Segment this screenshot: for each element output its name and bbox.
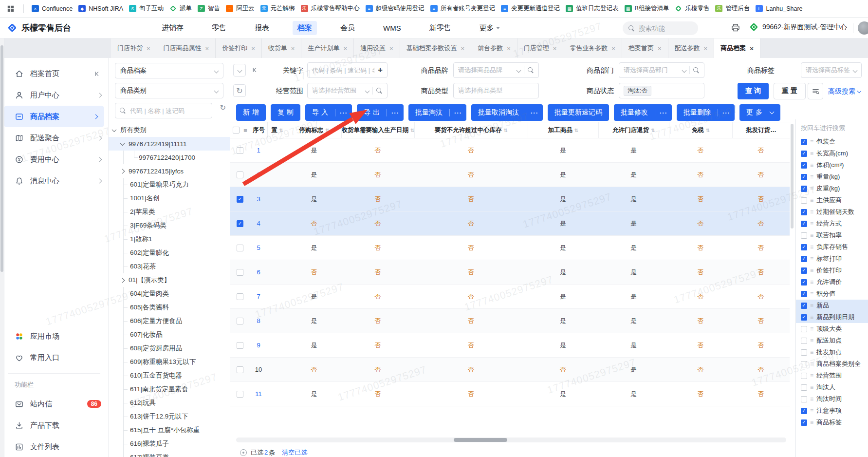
advanced-search-link[interactable]: 高级搜索 xyxy=(828,83,861,99)
filter-settings-button[interactable] xyxy=(808,83,823,99)
tree-node[interactable]: 所有类别 xyxy=(109,123,230,137)
tab-配送参数[interactable]: 配送参数× xyxy=(668,38,715,58)
column-header-允许门店退货[interactable]: 允许门店退货⇅ xyxy=(598,122,669,138)
row-checkbox[interactable] xyxy=(237,171,243,178)
批量删除-button[interactable]: 批量删除··· xyxy=(677,104,735,121)
tree-node[interactable]: 612|玩具 xyxy=(109,396,230,410)
tree-node[interactable]: 603|花茶 xyxy=(109,260,230,273)
row-checkbox[interactable] xyxy=(237,293,243,300)
tag-select[interactable]: 请选择商品标签 xyxy=(801,62,862,78)
refresh-filters-button[interactable]: ↻ xyxy=(233,84,246,97)
select-all-checkbox[interactable] xyxy=(233,127,240,133)
tree-node[interactable]: 99767122420|1700 xyxy=(109,151,230,164)
drag-handle-icon[interactable]: ≡ xyxy=(810,337,813,344)
close-icon[interactable]: × xyxy=(507,45,511,52)
close-icon[interactable]: × xyxy=(343,45,347,52)
keyword-input-box[interactable]: + xyxy=(307,62,388,78)
批量修改-button[interactable]: 批量修改··· xyxy=(614,104,672,121)
sort-icon[interactable]: ⇅ xyxy=(504,128,508,133)
column-header-免税[interactable]: 免税⇅ xyxy=(669,122,732,138)
nav-item-WMS[interactable]: WMS xyxy=(378,21,406,35)
tree-node[interactable]: 617|裸装豆类 xyxy=(109,451,230,457)
column-checkbox[interactable] xyxy=(801,221,807,227)
search-icon[interactable] xyxy=(376,88,383,94)
tree-node[interactable]: 99767122415|lyfcs xyxy=(109,164,230,178)
column-checkbox[interactable] xyxy=(801,396,807,402)
column-checkbox[interactable] xyxy=(801,291,807,297)
drag-handle-icon[interactable]: ≡ xyxy=(810,197,813,204)
批量淘汰-button[interactable]: 批量淘汰··· xyxy=(408,104,466,121)
refresh-icon[interactable]: ↻ xyxy=(220,103,226,112)
column-checkbox[interactable] xyxy=(801,209,807,215)
tab-门店商品属性[interactable]: 门店商品属性× xyxy=(157,38,216,58)
sidebar-item-产品下载[interactable]: 产品下载 xyxy=(0,415,108,436)
table-row[interactable]: 10否否否否是否否 xyxy=(230,358,790,382)
table-row[interactable]: 5是否否是是否否 xyxy=(230,236,790,260)
column-option-淘汰人[interactable]: ≡淘汰人 xyxy=(796,381,868,393)
row-number-link[interactable]: 4 xyxy=(257,220,260,227)
table-row[interactable]: 3是否否是是否否 xyxy=(230,187,790,211)
sort-icon[interactable]: ⇅ xyxy=(410,128,414,133)
row-number-link[interactable]: 7 xyxy=(257,293,260,300)
dept-select[interactable]: 请选择商品部门 xyxy=(619,62,704,78)
function-search-input[interactable] xyxy=(639,25,687,32)
column-option-新品到期日期[interactable]: ≡新品到期日期 xyxy=(796,311,868,323)
column-option-长宽高(cm)[interactable]: ≡长宽高(cm) xyxy=(796,148,868,159)
column-checkbox[interactable] xyxy=(801,174,807,180)
table-row[interactable]: 2是否否是是否否 xyxy=(230,163,790,187)
drag-handle-icon[interactable]: ≡ xyxy=(810,220,813,227)
more-options-icon[interactable]: ··· xyxy=(526,109,543,116)
drag-handle-icon[interactable]: ≡ xyxy=(810,325,813,332)
复制-button[interactable]: 复制 xyxy=(271,104,300,121)
tree-node[interactable]: 616|裸装瓜子 xyxy=(109,437,230,451)
tree-node[interactable]: 610|五金百货电器 xyxy=(109,369,230,382)
导出-button[interactable]: 导出··· xyxy=(357,104,404,121)
tab-价签打印[interactable]: 价签打印× xyxy=(216,38,262,58)
tab-商品档案[interactable]: 商品档案× xyxy=(714,38,760,58)
row-number-link[interactable]: 1 xyxy=(257,147,260,154)
close-icon[interactable]: × xyxy=(658,45,662,52)
column-option-负库存销售[interactable]: ≡负库存销售 xyxy=(796,241,868,253)
brand-select[interactable]: 请选择商品品牌 xyxy=(453,62,539,78)
drag-handle-icon[interactable]: ≡ xyxy=(810,419,813,426)
table-row[interactable]: 4否否否是是否否 xyxy=(230,211,790,236)
column-checkbox[interactable] xyxy=(801,151,807,157)
tree-caret-icon[interactable] xyxy=(120,141,125,146)
table-row[interactable]: 6否否否是是否否 xyxy=(230,260,790,285)
row-number-link[interactable]: 8 xyxy=(257,317,260,324)
status-tag[interactable]: 淘汰:否 xyxy=(624,86,651,96)
avatar[interactable] xyxy=(858,21,868,35)
column-checkbox[interactable] xyxy=(801,267,807,274)
column-checkbox[interactable] xyxy=(801,373,807,379)
tree-node[interactable]: 609|称重糖果13元以下 xyxy=(109,355,230,369)
tab-前台参数[interactable]: 前台参数× xyxy=(471,38,517,58)
column-checkbox[interactable] xyxy=(801,326,807,332)
column-option-过期催销天数[interactable]: ≡过期催销天数 xyxy=(796,206,868,218)
column-option-重量(kg)[interactable]: ≡重量(kg) xyxy=(796,171,868,183)
sidebar-item-消息中心[interactable]: 消息中心 xyxy=(0,170,108,191)
bookmark-item[interactable]: ≡所有者账号变更登记 xyxy=(430,4,496,13)
table-row[interactable]: 1是否否是是否否 xyxy=(230,138,790,163)
column-checkbox[interactable] xyxy=(801,349,807,356)
sidebar-item-商品档案[interactable]: 商品档案 xyxy=(4,106,104,127)
category-type-select[interactable]: 商品类别 xyxy=(115,83,223,98)
sidebar-item-站内信[interactable]: 站内信86 xyxy=(0,393,108,415)
row-number-link[interactable]: 11 xyxy=(255,390,262,398)
column-header-批发订货…[interactable]: 批发订货… xyxy=(732,122,790,138)
tab-生产计划单[interactable]: 生产计划单× xyxy=(301,38,354,58)
bookmark-item[interactable]: −阿里云 xyxy=(226,4,255,13)
bookmark-item[interactable]: 元元芒解绑 xyxy=(260,4,295,13)
sidebar-item-常用入口[interactable]: 常用入口 xyxy=(0,347,108,368)
column-search-input[interactable] xyxy=(801,124,863,132)
drag-handle-icon[interactable]: ≡ xyxy=(810,267,813,274)
nav-item-进销存[interactable]: 进销存 xyxy=(157,21,188,35)
module-select[interactable]: 商品档案 xyxy=(115,63,223,78)
row-checkbox[interactable] xyxy=(237,269,243,276)
nav-item-报表[interactable]: 报表 xyxy=(250,21,274,35)
sidebar-item-档案首页[interactable]: 档案首页 xyxy=(0,63,108,84)
tree-node[interactable]: 606|定量方便食品 xyxy=(109,314,230,328)
column-header-序号[interactable]: 序号 xyxy=(250,122,267,138)
drag-handle-icon[interactable]: ≡ xyxy=(810,162,813,169)
column-option-联营扣率[interactable]: ≡联营扣率 xyxy=(796,229,868,241)
drag-handle-icon[interactable]: ≡ xyxy=(810,150,813,157)
